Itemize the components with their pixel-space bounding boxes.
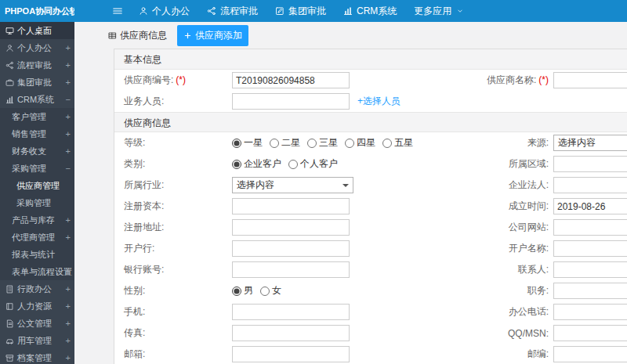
expand-toggle-icon[interactable]: +: [66, 267, 71, 276]
radio-option[interactable]: 二星: [270, 136, 300, 150]
text-input[interactable]: [232, 346, 350, 362]
radio-input[interactable]: [232, 139, 241, 148]
text-input[interactable]: [553, 177, 627, 193]
text-input[interactable]: [232, 325, 350, 341]
sidebar-item[interactable]: 行政办公+: [0, 280, 74, 297]
topnav-item[interactable]: 个人办公: [130, 0, 198, 22]
sidebar-item[interactable]: 客户管理+: [0, 108, 74, 125]
text-input[interactable]: [553, 72, 627, 88]
text-input[interactable]: [553, 261, 627, 278]
text-input[interactable]: [553, 219, 627, 236]
radio-input[interactable]: [382, 139, 392, 148]
radio-option[interactable]: 企业客户: [232, 157, 281, 171]
radio-input[interactable]: [232, 160, 241, 169]
expand-toggle-icon[interactable]: +: [66, 232, 71, 242]
tab[interactable]: 供应商添加: [177, 25, 248, 46]
sidebar-item[interactable]: 产品与库存+: [0, 211, 74, 229]
radio-input[interactable]: [270, 139, 279, 148]
text-input[interactable]: [553, 198, 627, 214]
form-row: 等级:一星二星三星四星五星来源:选择内容: [114, 132, 627, 153]
radio-input[interactable]: [307, 139, 317, 148]
form-row: 手机:办公电话:: [114, 301, 627, 323]
supplier-form: 基本信息供应商编号:(*)供应商名称:(*)业务人员:+选择人员供应商信息等级:…: [114, 49, 627, 364]
expand-toggle-icon[interactable]: +: [66, 353, 71, 362]
radio-option[interactable]: 个人客户: [288, 157, 338, 171]
field-label: 所属行业:: [114, 178, 232, 192]
expand-toggle-icon[interactable]: +: [66, 112, 71, 121]
expand-toggle-icon[interactable]: +: [66, 129, 71, 139]
text-input[interactable]: [232, 72, 350, 88]
sidebar-item[interactable]: 采购管理−: [0, 160, 74, 177]
expand-toggle-icon[interactable]: +: [66, 215, 71, 225]
expand-toggle-icon[interactable]: +: [66, 60, 71, 70]
field-label: 邮编:: [475, 348, 553, 361]
plus-icon: [183, 31, 192, 40]
radio-input[interactable]: [260, 287, 270, 296]
form-row: 邮箱:邮编:: [114, 344, 627, 364]
text-input[interactable]: [232, 261, 350, 278]
text-input[interactable]: [232, 198, 350, 214]
sidebar-item[interactable]: 代理商管理+: [0, 229, 74, 246]
field-label: 性别:: [114, 284, 232, 297]
sidebar-item[interactable]: 财务收支+: [0, 142, 74, 160]
chart-icon: [5, 96, 14, 104]
sidebar-item[interactable]: 流程审批+: [0, 56, 74, 74]
text-input[interactable]: [553, 156, 627, 172]
text-input[interactable]: [232, 219, 350, 236]
select-box[interactable]: 选择内容: [553, 135, 627, 151]
text-input[interactable]: [553, 304, 627, 320]
text-input[interactable]: [232, 240, 350, 257]
tab[interactable]: 供应商信息: [102, 25, 173, 46]
radio-option[interactable]: 男: [232, 284, 253, 297]
expand-toggle-icon[interactable]: +: [66, 146, 71, 156]
text-input[interactable]: [232, 93, 350, 110]
radio-option[interactable]: 五星: [382, 136, 413, 150]
select-person-link[interactable]: +选择人员: [357, 95, 400, 108]
field-area: [553, 72, 627, 88]
select-box[interactable]: 选择内容: [232, 177, 353, 193]
sidebar-item[interactable]: 公文管理+: [0, 315, 74, 332]
topnav-item[interactable]: 更多应用: [405, 0, 473, 22]
text-input[interactable]: [553, 240, 627, 257]
expand-toggle-icon[interactable]: −: [66, 95, 71, 104]
expand-toggle-icon[interactable]: +: [66, 284, 71, 294]
car-icon: [5, 337, 14, 345]
radio-option[interactable]: 三星: [307, 136, 338, 150]
sidebar-item[interactable]: 人力资源+: [0, 297, 74, 315]
topnav-item[interactable]: 流程审批: [198, 0, 266, 22]
radio-option[interactable]: 一星: [232, 136, 263, 150]
field-label: 职务:: [475, 284, 553, 297]
text-input[interactable]: [232, 304, 350, 320]
sidebar-item[interactable]: 档案管理+: [0, 349, 74, 364]
expand-toggle-icon[interactable]: +: [66, 319, 71, 328]
radio-option[interactable]: 四星: [345, 136, 375, 150]
sidebar-item-label: 供应商管理: [16, 180, 60, 192]
radio-input[interactable]: [232, 287, 241, 296]
radio-input[interactable]: [345, 139, 354, 148]
sidebar-item[interactable]: 销售管理+: [0, 125, 74, 142]
text-input[interactable]: [553, 325, 627, 341]
expand-toggle-icon[interactable]: +: [66, 43, 71, 52]
expand-toggle-icon[interactable]: +: [66, 77, 71, 87]
expand-toggle-icon[interactable]: −: [66, 164, 71, 173]
sidebar-item[interactable]: 供应商管理: [0, 177, 74, 194]
sidebar-item-label: 产品与库存: [12, 214, 55, 226]
topnav-item[interactable]: CRM系统: [335, 0, 405, 22]
text-input[interactable]: [553, 346, 627, 362]
topnav-item[interactable]: 集团审批: [266, 0, 335, 22]
sidebar-item[interactable]: CRM系统−: [0, 91, 74, 108]
sidebar-item[interactable]: 采购管理: [0, 194, 74, 211]
expand-toggle-icon[interactable]: +: [66, 336, 71, 345]
expand-toggle-icon[interactable]: +: [66, 301, 71, 311]
sidebar-item[interactable]: 个人办公+: [0, 39, 74, 56]
text-input[interactable]: [553, 283, 627, 299]
sidebar-item[interactable]: 个人桌面: [0, 22, 74, 39]
sidebar-item[interactable]: 表单与流程设置+: [0, 263, 74, 280]
sidebar-item[interactable]: 用车管理+: [0, 332, 74, 349]
sidebar-item[interactable]: 报表与统计: [0, 246, 74, 263]
sidebar-item[interactable]: 集团审批+: [0, 74, 74, 91]
menu-toggle-icon[interactable]: [112, 0, 123, 22]
radio-option[interactable]: 女: [260, 284, 281, 297]
radio-input[interactable]: [288, 160, 298, 169]
field-label: 公司网站:: [475, 221, 553, 234]
